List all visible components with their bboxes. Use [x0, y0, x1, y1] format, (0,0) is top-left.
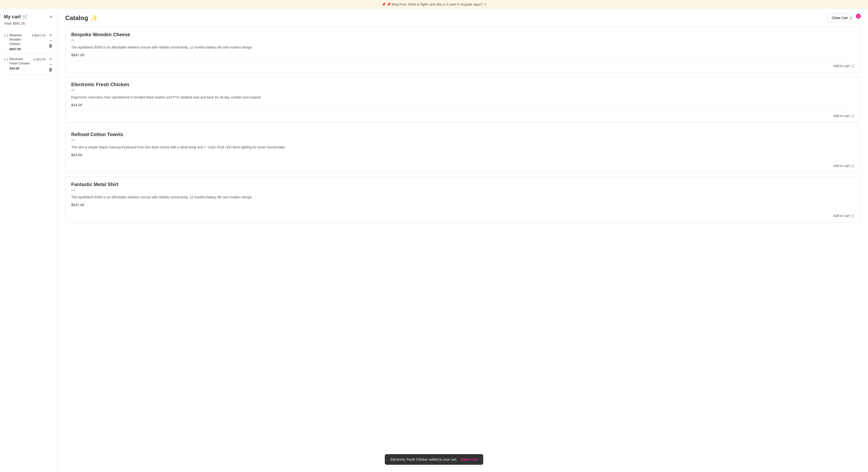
cart-badge: 2 [856, 14, 861, 19]
cart-item-controls: + − 🗑 [48, 57, 54, 72]
add-to-cart-button[interactable]: Add to cart 🛒 [833, 164, 855, 168]
product-card: Bespoke Wooden Cheese #1 The Apollotech … [65, 27, 861, 73]
banner-pin-icon: 📌 [382, 2, 386, 6]
decrement-button[interactable]: − [49, 62, 53, 67]
product-name: Fantastic Metal Shirt [71, 182, 855, 187]
cart-item-meta: Electronic Fresh Chicken $34.00 [9, 57, 32, 70]
cart-item-controls: + − 🗑 [48, 33, 54, 48]
top-banner: 📌 📌 Blog Post: What is NgRx and why is i… [0, 0, 868, 9]
increment-button[interactable]: + [49, 57, 53, 61]
cart-close-button[interactable]: × [48, 14, 54, 20]
product-description: The Apollotech B340 is an affordable wir… [71, 45, 855, 50]
cart-item-subtotal: $847.00 [9, 47, 30, 51]
catalog-title: Catalog ✨ [65, 14, 98, 22]
product-id: #3 [71, 138, 855, 142]
remove-button[interactable]: 🗑 [48, 68, 54, 72]
app-layout: My cart 🛒 × Total: $881.00 1 x Bespoke W… [0, 9, 868, 471]
product-description: The Apollotech B340 is an affordable wir… [71, 195, 855, 200]
toast-message: Electronic Fresh Chicken added to your c… [391, 458, 457, 461]
external-link-icon: ↗ [484, 2, 486, 6]
cart-sidebar: My cart 🛒 × Total: $881.00 1 x Bespoke W… [0, 9, 58, 471]
product-price: $43.00 [71, 153, 855, 157]
product-id: #2 [71, 88, 855, 92]
product-card: Electronic Fresh Chicken #2 Ergonomic ex… [65, 77, 861, 123]
cart-item-inner: 1 x Bespoke Wooden Cheese $847.00 à $847… [4, 33, 45, 51]
cart-icon: 🛒 [22, 14, 28, 19]
product-card: Refined Cotton Towels #3 The slim & simp… [65, 127, 861, 173]
product-price: $34.00 [71, 103, 855, 107]
banner-text: 📌 Blog Post: What is NgRx and why is it … [387, 2, 483, 6]
cart-item-subtotal: $34.00 [9, 67, 32, 70]
remove-button[interactable]: 🗑 [48, 44, 54, 48]
decrement-button[interactable]: − [49, 38, 53, 43]
toast-action-button[interactable]: Open Cart [461, 458, 477, 461]
product-footer: Add to cart 🛒 [71, 161, 855, 168]
main-content: Catalog ✨ Close Cart 🛒 2 Bespoke Wooden … [58, 9, 868, 471]
product-name: Refined Cotton Towels [71, 132, 855, 137]
sparkle-icon: ✨ [90, 14, 98, 22]
close-cart-label: Close Cart [832, 16, 848, 20]
cart-title: My cart 🛒 [4, 14, 28, 20]
cart-header: My cart 🛒 × [4, 14, 54, 20]
cart-small-icon: 🛒 [850, 64, 855, 68]
product-footer: Add to cart 🛒 [71, 111, 855, 118]
product-id: #4 [71, 188, 855, 192]
product-name: Bespoke Wooden Cheese [71, 32, 855, 37]
cart-item-unit-price: à $34.00 [33, 57, 45, 61]
catalog-header: Catalog ✨ Close Cart 🛒 2 [65, 14, 861, 22]
product-price: $547.00 [71, 203, 855, 207]
product-description: The slim & simple Maple Gaming Keyboard … [71, 145, 855, 150]
cart-item-meta: Bespoke Wooden Cheese $847.00 [9, 33, 30, 51]
toast-notification: Electronic Fresh Chicken added to your c… [385, 454, 483, 465]
product-footer: Add to cart 🛒 [71, 211, 855, 218]
cart-small-icon: 🛒 [850, 164, 855, 168]
product-card: Fantastic Metal Shirt #4 The Apollotech … [65, 177, 861, 223]
cart-item-quantity: 1 x [4, 57, 8, 61]
close-cart-button[interactable]: Close Cart 🛒 [827, 14, 858, 22]
cart-item-quantity: 1 x [4, 34, 8, 37]
cart-item-unit-price: à $847.00 [32, 34, 45, 37]
cart-button-icon: 🛒 [849, 16, 853, 20]
product-price: $847.00 [71, 53, 855, 57]
increment-button[interactable]: + [49, 33, 53, 37]
cart-item: 1 x Electronic Fresh Chicken $34.00 à $3… [4, 54, 54, 75]
add-to-cart-button[interactable]: Add to cart 🛒 [833, 214, 855, 218]
cart-small-icon: 🛒 [850, 114, 855, 118]
cart-small-icon: 🛒 [850, 214, 855, 218]
cart-item-inner: 1 x Electronic Fresh Chicken $34.00 à $3… [4, 57, 45, 70]
add-to-cart-button[interactable]: Add to cart 🛒 [833, 64, 855, 68]
product-id: #1 [71, 38, 855, 42]
product-name: Electronic Fresh Chicken [71, 82, 855, 87]
product-footer: Add to cart 🛒 [71, 61, 855, 68]
cart-item-name: Bespoke Wooden Cheese [9, 33, 30, 46]
product-description: Ergonomic executive chair upholstered in… [71, 95, 855, 100]
cart-item-name: Electronic Fresh Chicken [9, 57, 32, 66]
cart-total: Total: $881.00 [4, 22, 54, 25]
close-cart-wrapper: Close Cart 🛒 2 [827, 14, 861, 22]
add-to-cart-button[interactable]: Add to cart 🛒 [833, 114, 855, 118]
cart-item: 1 x Bespoke Wooden Cheese $847.00 à $847… [4, 30, 54, 54]
